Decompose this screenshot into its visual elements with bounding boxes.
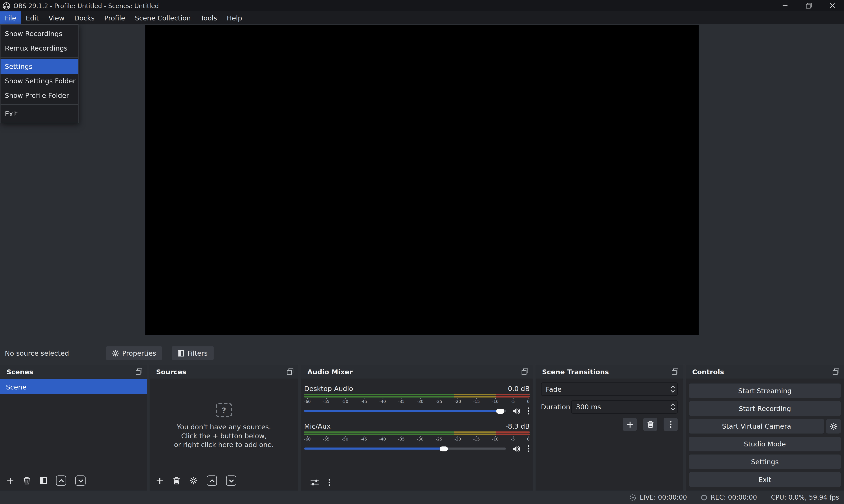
volume-meter: -60-55-50-45-40-35-30-25-20-15-10-50 (304, 394, 529, 404)
volume-slider[interactable] (304, 407, 506, 415)
empty-state-text: or right click here to add one. (174, 441, 274, 449)
minimize-button[interactable] (773, 0, 797, 11)
maximize-button[interactable] (797, 0, 821, 11)
channel-options-button[interactable] (527, 407, 529, 415)
file-menu-item-settings[interactable]: Settings (0, 59, 78, 74)
dock-area: Scenes Scene (0, 361, 844, 490)
popout-icon[interactable] (287, 368, 293, 375)
spinner-arrows-icon[interactable] (668, 401, 677, 413)
file-menu-item-remux-recordings[interactable]: Remux Recordings (0, 41, 78, 55)
menu-file[interactable]: File (0, 11, 21, 24)
preview-canvas[interactable] (145, 25, 699, 335)
speaker-icon (513, 408, 521, 415)
menu-edit[interactable]: Edit (21, 11, 43, 24)
source-toolbar: No source selected Properties Filters (0, 345, 844, 362)
dropdown-arrows-icon (668, 383, 677, 395)
popout-icon[interactable] (672, 368, 678, 375)
scene-up-button[interactable] (56, 475, 66, 486)
mixer-menu-button[interactable] (328, 479, 330, 486)
slider-handle[interactable] (440, 446, 448, 451)
empty-state-text: Click the + button below, (181, 432, 267, 440)
stream-status-icon (629, 493, 636, 501)
mixer-channel-desktop-audio: Desktop Audio 0.0 dB -60-55-50-45-40-35-… (304, 383, 529, 415)
duration-input[interactable]: 300 ms (571, 400, 678, 414)
channel-name: Desktop Audio (304, 385, 353, 393)
volume-slider[interactable] (304, 444, 506, 453)
controls-header: Controls (686, 365, 844, 379)
remove-transition-button[interactable] (643, 418, 657, 431)
scenes-panel-header: Scenes (0, 365, 147, 379)
menu-docks[interactable]: Docks (69, 11, 100, 24)
scenes-panel: Scenes Scene (0, 365, 147, 491)
source-down-button[interactable] (226, 475, 236, 486)
cpu-fps: CPU: 0.0%, 59.94 fps (771, 493, 839, 501)
scene-transitions-header: Scene Transitions (536, 365, 683, 379)
channel-level: -8.3 dB (505, 422, 529, 430)
file-menu-item-exit[interactable]: Exit (0, 107, 78, 121)
menu-separator (0, 104, 78, 105)
popout-icon[interactable] (136, 368, 142, 375)
empty-state-text: You don't have any sources. (177, 423, 271, 432)
menu-view[interactable]: View (44, 11, 70, 24)
trash-icon (23, 476, 31, 485)
popout-icon[interactable] (521, 368, 528, 375)
add-transition-button[interactable] (623, 418, 637, 431)
menu-tools[interactable]: Tools (196, 11, 222, 24)
scene-filters-button[interactable] (40, 477, 47, 484)
file-menu-item-show-settings-folder[interactable]: Show Settings Folder (0, 74, 78, 88)
filters-button[interactable]: Filters (172, 346, 214, 360)
scene-down-button[interactable] (75, 475, 86, 486)
file-menu-item-show-profile-folder[interactable]: Show Profile Folder (0, 88, 78, 103)
advanced-audio-button[interactable] (310, 479, 319, 486)
mute-button[interactable] (513, 408, 521, 415)
audio-mixer-body: Desktop Audio 0.0 dB -60-55-50-45-40-35-… (301, 379, 533, 491)
plus-icon (156, 477, 164, 484)
menu-help[interactable]: Help (222, 11, 247, 24)
obs-window: OBS 29.1.2 - Profile: Untitled - Scenes:… (0, 0, 844, 504)
sources-list[interactable]: ? You don't have any sources. Click the … (150, 379, 298, 491)
file-menu-item-show-recordings[interactable]: Show Recordings (0, 26, 78, 41)
scene-list-item[interactable]: Scene (0, 379, 147, 394)
filters-label: Filters (187, 349, 208, 357)
menu-separator (0, 57, 78, 57)
add-scene-button[interactable] (6, 477, 14, 484)
scenes-toolbar (0, 475, 147, 491)
meter-scale: -60-55-50-45-40-35-30-25-20-15-10-50 (304, 436, 529, 442)
start-streaming-button[interactable]: Start Streaming (689, 383, 841, 398)
duration-row: Duration 300 ms (541, 400, 678, 414)
menu-scene-collection[interactable]: Scene Collection (130, 11, 196, 24)
window-title: OBS 29.1.2 - Profile: Untitled - Scenes:… (13, 2, 159, 10)
remove-scene-button[interactable] (23, 476, 31, 485)
transition-value: Fade (541, 385, 668, 393)
mute-button[interactable] (513, 445, 521, 452)
sources-panel-header: Sources (150, 365, 298, 379)
studio-mode-button[interactable]: Studio Mode (689, 437, 841, 451)
duration-label: Duration (541, 403, 567, 411)
transition-select[interactable]: Fade (541, 382, 678, 396)
source-properties-button[interactable] (190, 476, 198, 485)
start-recording-button[interactable]: Start Recording (689, 401, 841, 416)
popout-icon[interactable] (833, 368, 839, 375)
source-up-button[interactable] (206, 475, 217, 486)
rec-time: REC: 00:00:00 (711, 493, 757, 501)
kebab-icon (527, 407, 529, 415)
exit-button[interactable]: Exit (689, 472, 841, 487)
transition-menu-button[interactable] (664, 418, 678, 431)
virtual-camera-settings-button[interactable] (826, 419, 841, 433)
close-button[interactable] (820, 0, 844, 11)
scene-filters-icon (40, 477, 47, 484)
remove-source-button[interactable] (173, 476, 180, 485)
chevron-down-icon (78, 479, 83, 482)
start-virtual-camera-button[interactable]: Start Virtual Camera (689, 419, 824, 433)
scene-transitions-title: Scene Transitions (542, 368, 609, 376)
properties-button[interactable]: Properties (106, 346, 162, 360)
channel-options-button[interactable] (527, 445, 529, 452)
add-source-button[interactable] (156, 477, 164, 484)
menu-profile[interactable]: Profile (100, 11, 130, 24)
slider-handle[interactable] (496, 409, 504, 413)
window-controls (773, 0, 844, 11)
settings-button[interactable]: Settings (689, 454, 841, 469)
status-live: LIVE: 00:00:00 (629, 493, 687, 501)
scene-transitions-body: Fade Duration 300 ms (536, 379, 683, 491)
sources-title: Sources (156, 368, 186, 376)
